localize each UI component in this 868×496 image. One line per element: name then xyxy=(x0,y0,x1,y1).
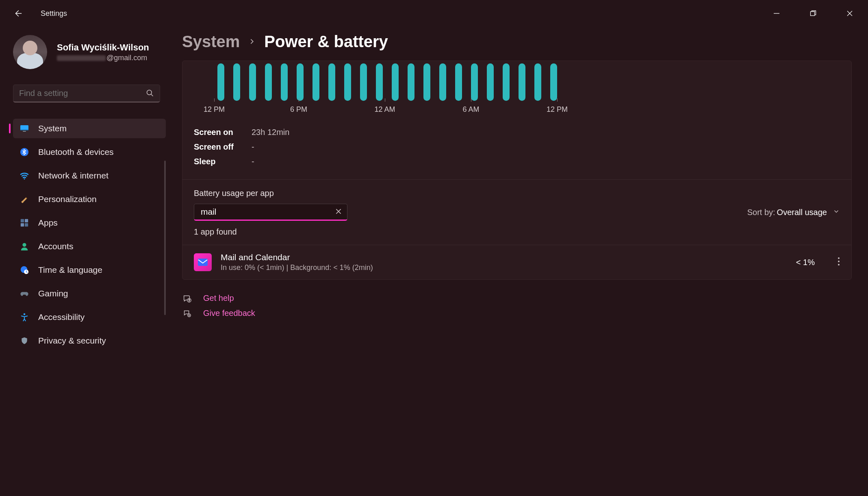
profile-email: @gmail.com xyxy=(57,54,149,62)
chart-bar xyxy=(360,63,367,101)
svg-point-24 xyxy=(838,264,840,265)
app-row[interactable]: Mail and Calendar In use: 0% (< 1min) | … xyxy=(182,245,851,279)
nav-bluetooth[interactable]: Bluetooth & devices xyxy=(13,142,166,162)
svg-rect-1 xyxy=(811,12,815,16)
nav-network[interactable]: Network & internet xyxy=(13,166,166,185)
chart-bar xyxy=(534,63,541,101)
help-label: Get help xyxy=(203,294,234,303)
svg-point-4 xyxy=(147,90,152,95)
nav-apps[interactable]: Apps xyxy=(13,213,166,233)
axis-label: 12 PM xyxy=(204,105,225,114)
axis-label: 6 AM xyxy=(462,105,479,114)
nav-accounts[interactable]: Accounts xyxy=(13,237,166,256)
svg-rect-7 xyxy=(20,130,28,131)
nav-label: Network & internet xyxy=(38,171,108,181)
chart-bar xyxy=(312,63,319,101)
back-button[interactable] xyxy=(11,7,24,20)
chart-bar xyxy=(344,63,351,101)
nav-time-language[interactable]: Time & language xyxy=(13,260,166,280)
battery-usage-chart[interactable]: 12 PM 6 PM 12 AM 6 AM 12 PM xyxy=(182,61,851,118)
chart-bar xyxy=(297,63,304,101)
chart-bar xyxy=(503,63,510,101)
nav-label: Accessibility xyxy=(38,312,85,322)
nav-label: Bluetooth & devices xyxy=(38,147,114,157)
breadcrumb-parent[interactable]: System xyxy=(182,33,240,51)
stat-value: - xyxy=(252,139,254,154)
more-options-icon[interactable] xyxy=(838,257,840,268)
give-feedback-link[interactable]: Give feedback xyxy=(182,309,852,318)
app-search-input[interactable] xyxy=(194,204,347,220)
svg-text:?: ? xyxy=(189,299,190,302)
stat-value: - xyxy=(252,154,254,169)
stat-value: 23h 12min xyxy=(252,125,289,139)
sort-dropdown[interactable]: Sort by: Overall usage xyxy=(747,208,840,217)
chart-bar xyxy=(376,63,383,101)
app-search[interactable] xyxy=(194,204,347,221)
sort-label: Sort by: xyxy=(747,208,775,217)
axis-label: 6 PM xyxy=(290,105,307,114)
chart-bar xyxy=(249,63,256,101)
avatar xyxy=(13,35,47,69)
nav-personalization[interactable]: Personalization xyxy=(13,189,166,209)
chevron-down-icon xyxy=(833,208,840,217)
results-count: 1 app found xyxy=(182,226,851,245)
profile-email-suffix: @gmail.com xyxy=(106,54,147,62)
mail-icon xyxy=(194,253,212,271)
gamepad-icon xyxy=(20,289,29,298)
chart-bar xyxy=(265,63,272,101)
stat-label: Sleep xyxy=(194,154,238,169)
chart-bar xyxy=(550,63,557,101)
clear-icon[interactable] xyxy=(335,208,342,217)
nav-gaming[interactable]: Gaming xyxy=(13,284,166,303)
section-title: Battery usage per app xyxy=(182,180,851,204)
nav-label: System xyxy=(38,124,67,133)
nav-label: Personalization xyxy=(38,194,97,204)
chart-bar xyxy=(408,63,414,101)
settings-search[interactable] xyxy=(13,85,160,102)
svg-line-5 xyxy=(151,94,153,96)
maximize-button[interactable] xyxy=(795,0,831,27)
main-content: System Power & battery xyxy=(175,27,868,496)
profile-name: Sofia Wyciślik-Wilson xyxy=(57,42,149,53)
titlebar: Settings xyxy=(0,0,868,27)
apps-icon xyxy=(20,218,29,228)
profile-block[interactable]: Sofia Wyciślik-Wilson @gmail.com xyxy=(13,35,166,69)
chart-bar xyxy=(423,63,430,101)
app-name: Mail and Calendar xyxy=(221,252,373,262)
search-sort-row: Sort by: Overall usage xyxy=(182,204,851,226)
svg-point-22 xyxy=(838,257,840,259)
app-title: Settings xyxy=(41,9,67,18)
chart-bar xyxy=(471,63,478,101)
nav-label: Apps xyxy=(38,218,58,228)
axis-label: 12 PM xyxy=(547,105,568,114)
svg-rect-11 xyxy=(21,219,24,222)
close-button[interactable] xyxy=(831,0,868,27)
nav-label: Time & language xyxy=(38,265,102,275)
app-percentage: < 1% xyxy=(796,258,815,267)
nav-privacy[interactable]: Privacy & security xyxy=(13,331,166,350)
bluetooth-icon xyxy=(20,147,29,157)
svg-rect-12 xyxy=(25,219,28,222)
nav: System Bluetooth & devices Network & int… xyxy=(13,119,166,350)
stat-label: Screen on xyxy=(194,125,238,139)
sidebar: Sofia Wyciślik-Wilson @gmail.com System xyxy=(0,27,175,496)
sort-value: Overall usage xyxy=(777,208,827,217)
redacted-text xyxy=(57,55,106,61)
svg-rect-8 xyxy=(23,131,26,132)
nav-system[interactable]: System xyxy=(13,119,166,138)
chevron-right-icon xyxy=(249,35,255,48)
help-icon: ? xyxy=(182,294,192,303)
chart-bar xyxy=(328,63,335,101)
chart-bar xyxy=(519,63,525,101)
axis-label: 12 AM xyxy=(374,105,395,114)
get-help-link[interactable]: ? Get help xyxy=(182,294,852,303)
chart-bar xyxy=(217,63,224,101)
nav-accessibility[interactable]: Accessibility xyxy=(13,307,166,327)
svg-rect-14 xyxy=(25,223,28,226)
settings-search-input[interactable] xyxy=(13,85,160,102)
feedback-label: Give feedback xyxy=(203,309,255,318)
clock-globe-icon xyxy=(20,265,29,275)
paintbrush-icon xyxy=(20,194,29,204)
minimize-button[interactable] xyxy=(758,0,795,27)
feedback-icon xyxy=(182,309,192,318)
